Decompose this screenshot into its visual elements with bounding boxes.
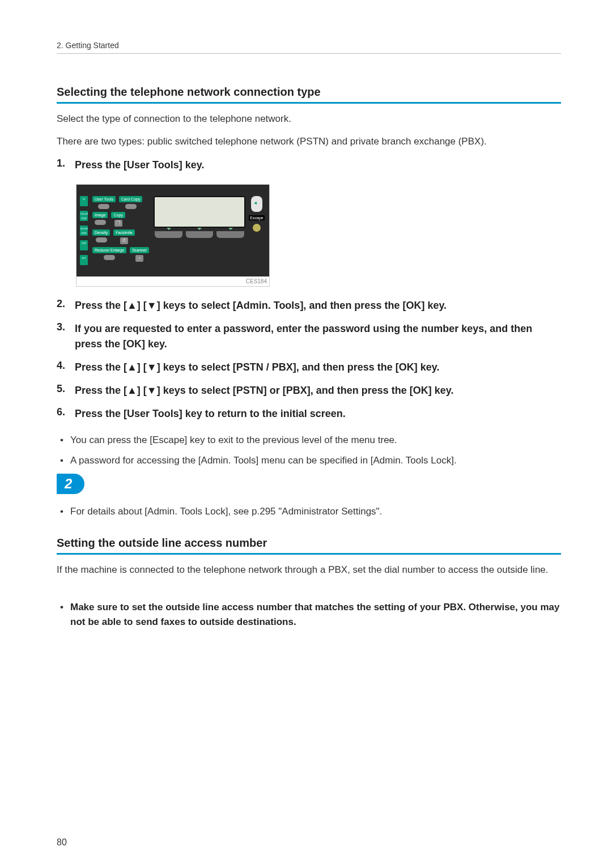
card-copy-button: Card Copy (119, 196, 142, 209)
step-text: Press the [User Tools] key to return to … (75, 406, 346, 422)
step-number: 3. (57, 321, 75, 333)
chapter-tab: 2 (57, 474, 561, 494)
notes-list: You can press the [Escape] key to exit t… (57, 433, 561, 469)
step-2: 2. Press the [▲] [▼] keys to select [Adm… (57, 298, 561, 313)
step-number: 5. (57, 383, 75, 395)
facsimile-button: Facsimile ✆ (113, 229, 135, 244)
step-text: Press the [▲] [▼] keys to select [Admin.… (75, 298, 447, 313)
figure-caption: CES184 (76, 276, 269, 286)
side-label: Hook dial (80, 211, 88, 221)
arrow-pad-icon (251, 196, 262, 212)
soft-key (155, 231, 182, 238)
intro-paragraph-2: There are two types: public switched tel… (57, 134, 561, 149)
user-tools-label: User Tools (92, 196, 116, 202)
page: 2. Getting Started Selecting the telepho… (0, 0, 612, 868)
facsimile-label: Facsimile (113, 229, 135, 236)
copy-icon: ❐ (114, 220, 122, 227)
reference-list: For details about [Admin. Tools Lock], s… (57, 504, 561, 519)
note-item: You can press the [Escape] key to exit t… (57, 433, 561, 448)
card-copy-label: Card Copy (119, 196, 142, 202)
step-4: 4. Press the [▲] [▼] keys to select [PST… (57, 360, 561, 375)
step-text: If you are requested to enter a password… (75, 321, 561, 352)
escape-button-icon (253, 224, 261, 232)
soft-keys-row (154, 231, 245, 238)
copy-button: Copy ❐ (111, 212, 125, 227)
image-button: Image (92, 212, 108, 227)
button-pill (96, 237, 107, 242)
intro-paragraph-1: Select the type of connection to the tel… (57, 112, 561, 126)
side-label: hift (80, 240, 88, 250)
lcd-screen (154, 196, 245, 228)
step-6: 6. Press the [User Tools] key to return … (57, 406, 561, 422)
step-number: 1. (57, 158, 75, 169)
important-item: Make sure to set the outside line access… (57, 600, 561, 630)
button-pill (125, 204, 137, 209)
step-1: 1. Press the [User Tools] key. (57, 158, 561, 173)
chapter-header: 2. Getting Started (57, 41, 561, 54)
step-5: 5. Press the [▲] [▼] keys to select [PST… (57, 383, 561, 398)
side-label: ause/ dial (80, 225, 88, 236)
reduce-enlarge-label: Reduce/ Enlarge (92, 247, 126, 253)
chapter-tab-number: 2 (57, 474, 84, 494)
button-pill (95, 220, 106, 225)
soft-key (216, 231, 244, 238)
section-title-2: Setting the outside line access number (57, 537, 561, 555)
step-number: 4. (57, 360, 75, 372)
note-item: A password for accessing the [Admin. Too… (57, 453, 561, 468)
step-text: Press the [▲] [▼] keys to select [PSTN /… (75, 360, 439, 375)
steps-list-cont: 2. Press the [▲] [▼] keys to select [Adm… (57, 298, 561, 422)
section-title-1: Selecting the telephone network connecti… (57, 86, 561, 104)
user-tools-button: User Tools (92, 196, 116, 209)
button-pill (98, 204, 109, 209)
reference-item: For details about [Admin. Tools Lock], s… (57, 504, 561, 519)
image-label: Image (92, 212, 108, 218)
page-number: 80 (57, 837, 67, 848)
steps-list: 1. Press the [User Tools] key. (57, 158, 561, 173)
panel-lcd-area (154, 196, 245, 265)
control-panel-figure: is Hook dial ause/ dial hift ert User To… (76, 184, 270, 287)
copy-label: Copy (111, 212, 125, 218)
step-number: 2. (57, 298, 75, 310)
scanner-button: Scanner ⌁ (130, 247, 149, 262)
side-label: is (80, 196, 88, 206)
step-text: Press the [▲] [▼] keys to select [PSTN] … (75, 383, 453, 398)
density-label: Density (92, 229, 110, 236)
step-3: 3. If you are requested to enter a passw… (57, 321, 561, 352)
density-button: Density (92, 229, 110, 244)
reduce-enlarge-button: Reduce/ Enlarge (92, 247, 126, 262)
section2-paragraph: If the machine is connected to the telep… (57, 563, 561, 577)
escape-label: Escape (249, 215, 264, 220)
panel-left-slice: is Hook dial ause/ dial hift ert (80, 196, 88, 265)
scanner-label: Scanner (130, 247, 149, 253)
fax-icon: ✆ (120, 237, 128, 244)
scanner-icon: ⌁ (135, 255, 143, 262)
panel-right-controls: Escape (250, 196, 264, 265)
important-list: Make sure to set the outside line access… (57, 600, 561, 630)
side-label: ert (80, 255, 88, 265)
step-number: 6. (57, 406, 75, 418)
soft-key (186, 231, 214, 238)
panel-body: is Hook dial ause/ dial hift ert User To… (76, 185, 269, 276)
panel-button-columns: User Tools Card Copy Image Copy (92, 196, 149, 265)
step-text: Press the [User Tools] key. (75, 158, 204, 173)
button-pill (104, 255, 115, 260)
